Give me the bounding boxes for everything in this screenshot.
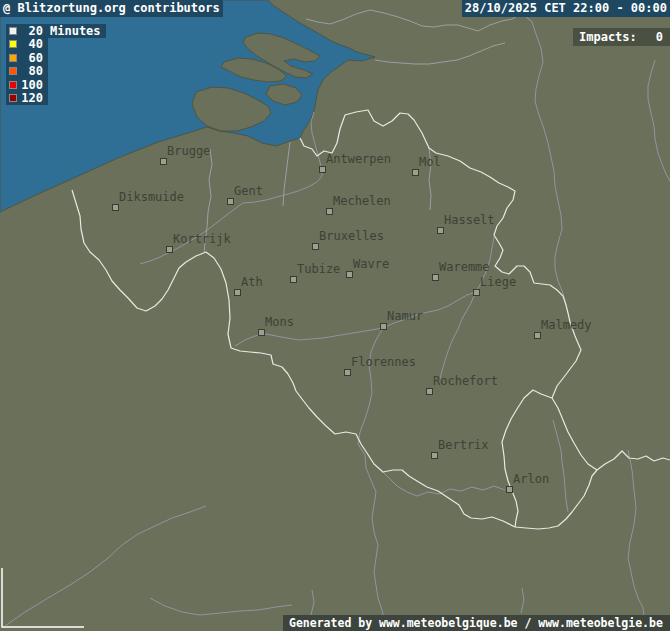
- legend-swatch: [9, 27, 17, 35]
- city-label: Waremme: [439, 261, 490, 273]
- city-label: Diksmuide: [119, 191, 184, 203]
- city-marker: [290, 276, 297, 283]
- city-label: Tubize: [297, 263, 340, 275]
- city-label: Arlon: [513, 473, 549, 485]
- city-marker: [112, 204, 119, 211]
- legend: 20Minutes406080100120: [6, 24, 106, 105]
- city-marker: [437, 227, 444, 234]
- city-marker: [506, 486, 513, 493]
- legend-minutes: 80: [21, 64, 43, 78]
- legend-swatch: [9, 94, 17, 102]
- city-label: Ath: [241, 276, 263, 288]
- city-marker: [160, 158, 167, 165]
- city-label: Wavre: [353, 258, 389, 270]
- city-marker: [319, 166, 326, 173]
- legend-unit: Minutes: [50, 24, 101, 38]
- city-label: Mechelen: [333, 195, 391, 207]
- legend-row: 40: [6, 38, 48, 52]
- city-marker: [344, 369, 351, 376]
- footer-credit: Generated by www.meteobelgique.be / www.…: [283, 615, 670, 631]
- city-label: Namur: [387, 310, 423, 322]
- city-label: Bertrix: [438, 439, 489, 451]
- legend-swatch: [9, 40, 17, 48]
- impacts-value: 0: [637, 28, 670, 46]
- city-marker: [234, 289, 241, 296]
- city-label: Kortrijk: [173, 233, 231, 245]
- legend-swatch: [9, 67, 17, 75]
- city-label: Mol: [419, 156, 441, 168]
- city-marker: [258, 329, 265, 336]
- city-label: Bruxelles: [319, 230, 384, 242]
- city-marker: [346, 271, 353, 278]
- city-marker: [412, 169, 419, 176]
- legend-row: 100: [6, 78, 48, 92]
- legend-row: 60: [6, 51, 48, 65]
- city-marker: [380, 323, 387, 330]
- city-label: Brugge: [167, 145, 210, 157]
- legend-swatch: [9, 54, 17, 62]
- city-marker: [426, 388, 433, 395]
- legend-minutes: 60: [21, 51, 43, 65]
- city-label: Hasselt: [444, 214, 495, 226]
- legend-row: 80: [6, 65, 48, 79]
- city-label: Gent: [234, 185, 263, 197]
- city-marker: [312, 243, 319, 250]
- city-label: Mons: [265, 316, 294, 328]
- legend-swatch: [9, 81, 17, 89]
- lightning-map-page: @ Blitzortung.org contributors 28/10/202…: [0, 0, 670, 631]
- city-label: Antwerpen: [326, 153, 391, 165]
- city-marker: [431, 452, 438, 459]
- city-label: Malmedy: [541, 319, 592, 331]
- impacts-box: Impacts: 0: [573, 28, 670, 46]
- legend-minutes: 40: [21, 37, 43, 51]
- city-label: Rochefort: [433, 375, 498, 387]
- impacts-label: Impacts:: [573, 28, 637, 46]
- legend-minutes: 100: [21, 78, 43, 92]
- legend-minutes: 120: [21, 91, 43, 105]
- city-marker: [326, 208, 333, 215]
- legend-row: 20Minutes: [6, 24, 106, 38]
- city-label: Liege: [480, 276, 516, 288]
- city-marker: [432, 274, 439, 281]
- period-label: 28/10/2025 CET 22:00 - 00:00: [462, 0, 670, 17]
- city-label: Florennes: [351, 356, 416, 368]
- attribution-label: @ Blitzortung.org contributors: [0, 0, 223, 17]
- city-marker: [166, 246, 173, 253]
- legend-row: 120: [6, 92, 48, 106]
- legend-minutes: 20: [21, 24, 43, 38]
- city-marker: [227, 198, 234, 205]
- city-marker: [473, 289, 480, 296]
- city-marker: [534, 332, 541, 339]
